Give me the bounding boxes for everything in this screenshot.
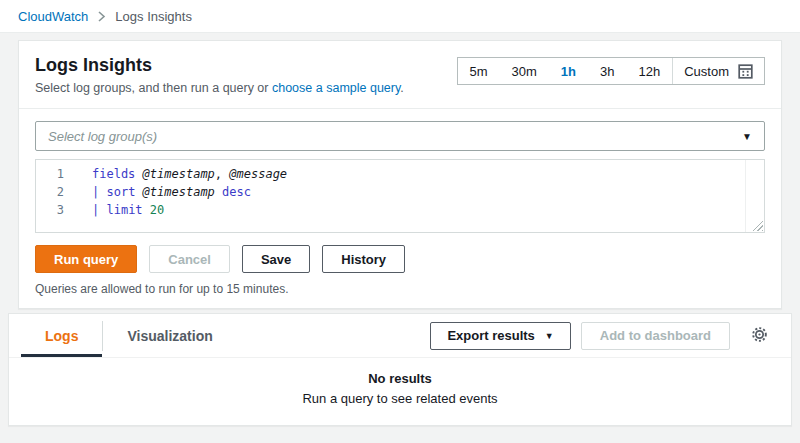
code-line-content: | limit 20	[92, 201, 164, 219]
code-line-content: fields @timestamp, @message	[92, 165, 287, 183]
log-group-placeholder: Select log group(s)	[48, 129, 742, 144]
dropdown-caret-icon: ▼	[742, 131, 752, 142]
query-time-limit-note: Queries are allowed to run for up to 15 …	[35, 282, 765, 296]
time-range-option[interactable]: 3h	[588, 58, 626, 84]
header-text: Logs Insights Select log groups, and the…	[35, 54, 404, 96]
add-to-dashboard-button[interactable]: Add to dashboard	[581, 322, 730, 350]
tab-logs[interactable]: Logs	[21, 314, 102, 357]
subtitle-text: Select log groups, and then run a query …	[35, 81, 272, 95]
time-range-option[interactable]: 12h	[627, 58, 673, 84]
query-editor[interactable]: 1fields @timestamp, @message2| sort @tim…	[35, 159, 765, 233]
results-panel: Logs Visualization Export results ▼ Add …	[8, 313, 792, 426]
code-line: 1fields @timestamp, @message	[36, 165, 764, 183]
time-range-option[interactable]: 5m	[458, 58, 500, 84]
export-results-label: Export results	[447, 328, 534, 343]
logs-insights-card: Logs Insights Select log groups, and the…	[18, 40, 782, 309]
code-line-content: | sort @timestamp desc	[92, 183, 251, 201]
run-query-button[interactable]: Run query	[35, 245, 137, 273]
line-number: 2	[36, 183, 76, 201]
code-line: 2| sort @timestamp desc	[36, 183, 764, 201]
query-editor-code: 1fields @timestamp, @message2| sort @tim…	[36, 165, 764, 219]
editor-scrollbar-gutter	[745, 160, 746, 232]
line-number: 1	[36, 165, 76, 183]
time-range-option[interactable]: 1h	[549, 58, 588, 84]
page-subtitle: Select log groups, and then run a query …	[35, 80, 404, 96]
editor-resize-handle[interactable]	[750, 218, 763, 231]
calendar-icon	[738, 64, 753, 79]
empty-state-title: No results	[9, 371, 791, 386]
gear-icon	[750, 325, 769, 347]
time-range-selector: 5m 30m 1h 3h 12h Custom	[457, 57, 766, 85]
chevron-right-icon	[97, 10, 106, 23]
time-range-custom-button[interactable]: Custom	[673, 58, 764, 84]
page-title: Logs Insights	[35, 54, 404, 76]
settings-button[interactable]	[748, 323, 771, 349]
breadcrumb-cloudwatch-link[interactable]: CloudWatch	[18, 9, 88, 24]
empty-state-message: Run a query to see related events	[9, 391, 791, 406]
cancel-button[interactable]: Cancel	[149, 245, 230, 273]
query-actions: Run query Cancel Save History	[35, 245, 765, 273]
breadcrumb-current-page: Logs Insights	[115, 9, 192, 24]
card-header: Logs Insights Select log groups, and the…	[19, 41, 781, 109]
sample-query-link[interactable]: choose a sample query	[272, 81, 400, 95]
subtitle-period: .	[400, 81, 403, 95]
results-tabs: Logs Visualization Export results ▼ Add …	[9, 314, 791, 358]
results-actions: Export results ▼ Add to dashboard	[430, 322, 779, 350]
empty-state: No results Run a query to see related ev…	[9, 358, 791, 406]
history-button[interactable]: History	[322, 245, 405, 273]
tab-visualization[interactable]: Visualization	[103, 314, 236, 357]
breadcrumb: CloudWatch Logs Insights	[0, 0, 800, 33]
code-line: 3| limit 20	[36, 201, 764, 219]
export-results-button[interactable]: Export results ▼	[430, 322, 570, 350]
save-button[interactable]: Save	[242, 245, 310, 273]
custom-label: Custom	[684, 64, 729, 79]
line-number: 3	[36, 201, 76, 219]
dropdown-caret-icon: ▼	[545, 331, 554, 341]
log-group-select[interactable]: Select log group(s) ▼	[35, 121, 765, 151]
time-range-option[interactable]: 30m	[500, 58, 549, 84]
card-body: Select log group(s) ▼ 1fields @timestamp…	[19, 109, 781, 308]
